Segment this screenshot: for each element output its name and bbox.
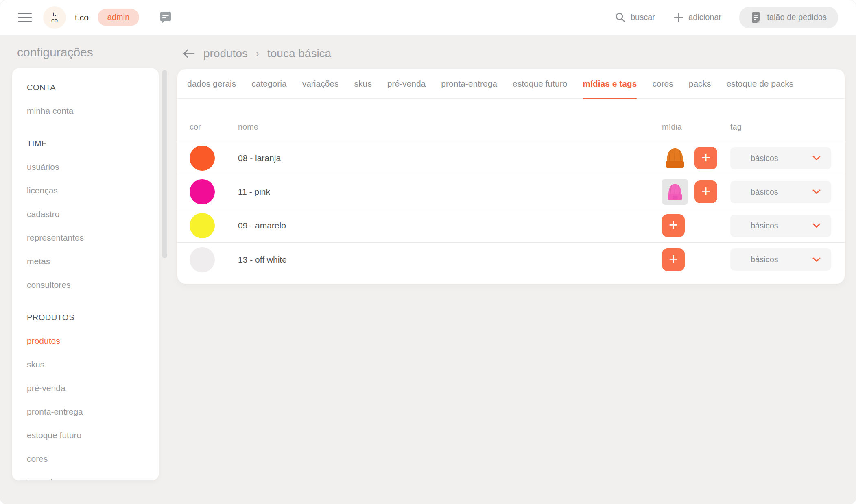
color-swatch	[190, 247, 215, 272]
media-cell: +	[662, 214, 730, 237]
tab-cores[interactable]: cores	[652, 69, 673, 99]
breadcrumb-current: touca básica	[267, 47, 331, 60]
add-media-button[interactable]: +	[694, 180, 717, 203]
table-row: 13 - off white+básicos	[177, 243, 845, 276]
sidebar-section-time: TIME	[27, 132, 159, 155]
brand-name: t.co	[75, 13, 89, 22]
chevron-down-icon	[812, 257, 821, 262]
search-button[interactable]: buscar	[615, 12, 655, 23]
add-media-button[interactable]: +	[694, 147, 717, 169]
sidebar-item-cadastro[interactable]: cadastro	[27, 202, 159, 226]
media-cell: +	[662, 179, 730, 205]
add-label: adicionar	[688, 13, 721, 22]
settings-title: configurações	[17, 46, 93, 59]
sidebar-item-metas[interactable]: metas	[27, 250, 159, 273]
column-header-midia: mídia	[662, 109, 730, 132]
tag-dropdown[interactable]: básicos	[730, 147, 831, 169]
breadcrumb: produtos › touca básica	[182, 47, 331, 60]
breadcrumb-separator: ›	[256, 48, 259, 59]
sidebar-item-produtos[interactable]: produtos	[27, 329, 159, 353]
sidebar-item-pre-venda[interactable]: pré-venda	[27, 376, 159, 400]
tag-dropdown[interactable]: básicos	[730, 181, 831, 203]
color-swatch	[190, 213, 215, 238]
topbar: t. co t.co admin buscar	[0, 0, 856, 35]
media-cell: +	[662, 248, 730, 271]
plus-icon	[674, 13, 683, 22]
tab-pronta-entrega[interactable]: pronta-entrega	[441, 69, 497, 99]
back-arrow-icon[interactable]	[182, 49, 195, 59]
order-pad-label: talão de pedidos	[767, 13, 827, 22]
column-header-tag: tag	[730, 109, 831, 132]
table-row: 11 - pink +básicos	[177, 175, 845, 209]
table-row: 08 - laranja +básicos	[177, 141, 845, 175]
table-body: 08 - laranja +básicos11 - pink +básicos0…	[177, 141, 845, 276]
chat-icon[interactable]	[158, 10, 173, 25]
order-pad-button[interactable]: talão de pedidos	[739, 7, 838, 28]
media-thumbnail[interactable]	[662, 179, 688, 205]
search-label: buscar	[631, 13, 655, 22]
tab-dados-gerais[interactable]: dados gerais	[187, 69, 236, 99]
tag-value: básicos	[751, 221, 812, 230]
logo-line2: co	[51, 17, 58, 23]
variant-name: 13 - off white	[238, 255, 662, 265]
topbar-actions: buscar adicionar talão de pedidos	[615, 7, 838, 28]
sidebar-item-estoque-futuro[interactable]: estoque futuro	[27, 424, 159, 447]
tab-pre-venda[interactable]: pré-venda	[387, 69, 426, 99]
tag-value: básicos	[751, 255, 812, 264]
app-window: t. co t.co admin buscar	[0, 0, 856, 504]
hamburger-menu-icon[interactable]	[18, 13, 32, 22]
variant-name: 08 - laranja	[238, 153, 662, 163]
settings-sidebar: CONTAminha contaTIMEusuárioslicençascada…	[12, 68, 159, 480]
tab-estoque-de-packs[interactable]: estoque de packs	[727, 69, 794, 99]
sidebar-section-produtos: PRODUTOS	[27, 306, 159, 329]
tab-midias-e-tags[interactable]: mídias e tags	[583, 69, 637, 99]
tag-value: básicos	[751, 187, 812, 197]
tab-variacoes[interactable]: variações	[302, 69, 339, 99]
tab-categoria[interactable]: categoria	[251, 69, 286, 99]
color-swatch	[190, 146, 215, 171]
chevron-down-icon	[812, 189, 821, 194]
product-detail-card: dados geraiscategoriavariaçõesskuspré-ve…	[177, 69, 845, 284]
add-button[interactable]: adicionar	[674, 13, 721, 22]
sidebar-item-representantes[interactable]: representantes	[27, 226, 159, 250]
chevron-down-icon	[812, 223, 821, 228]
role-badge: admin	[98, 9, 139, 26]
sidebar-nav: CONTAminha contaTIMEusuárioslicençascada…	[12, 68, 159, 480]
sidebar-item-consultores[interactable]: consultores	[27, 273, 159, 297]
column-header-nome: nome	[238, 109, 662, 132]
sidebar-item-pronta-entrega[interactable]: pronta-entrega	[27, 400, 159, 424]
avatar[interactable]: t. co	[43, 6, 66, 29]
sidebar-item-cores[interactable]: cores	[27, 447, 159, 471]
tab-skus[interactable]: skus	[354, 69, 372, 99]
sidebar-item-licencas[interactable]: licenças	[27, 179, 159, 202]
column-header-cor: cor	[190, 109, 238, 132]
add-media-button[interactable]: +	[662, 248, 685, 271]
tag-dropdown[interactable]: básicos	[730, 248, 831, 271]
chevron-down-icon	[812, 156, 821, 161]
content-area: configurações CONTAminha contaTIMEusuári…	[0, 35, 856, 504]
variant-name: 11 - pink	[238, 187, 662, 197]
table-header: cor nome mídia tag	[177, 99, 845, 141]
search-icon	[615, 12, 626, 23]
variant-name: 09 - amarelo	[238, 221, 662, 230]
order-pad-icon	[751, 11, 761, 24]
sidebar-item-minha-conta[interactable]: minha conta	[27, 99, 159, 123]
sidebar-item-usuarios[interactable]: usuários	[27, 155, 159, 179]
media-thumbnail[interactable]	[662, 145, 688, 171]
media-cell: +	[662, 145, 730, 171]
tab-bar: dados geraiscategoriavariaçõesskuspré-ve…	[177, 69, 845, 99]
add-media-button[interactable]: +	[662, 214, 685, 237]
table-row: 09 - amarelo+básicos	[177, 209, 845, 243]
sidebar-item-skus[interactable]: skus	[27, 353, 159, 376]
sidebar-scrollbar[interactable]	[162, 70, 167, 258]
sidebar-section-conta: CONTA	[27, 76, 159, 99]
sidebar-item-tamanhos[interactable]: tamanhos	[27, 471, 159, 480]
color-swatch	[190, 179, 215, 204]
tag-dropdown[interactable]: básicos	[730, 215, 831, 237]
tab-packs[interactable]: packs	[689, 69, 711, 99]
breadcrumb-parent[interactable]: produtos	[203, 47, 248, 60]
tag-value: básicos	[751, 154, 812, 163]
tab-estoque-futuro[interactable]: estoque futuro	[513, 69, 567, 99]
